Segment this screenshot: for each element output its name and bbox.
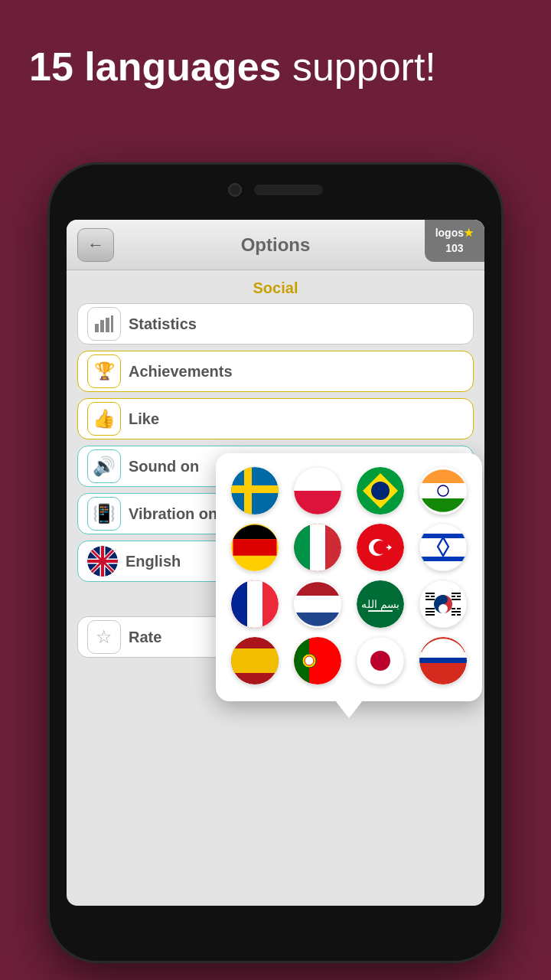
flag-france[interactable] [231,580,279,628]
sound-icon: 🔊 [87,449,121,483]
flag-korea[interactable] [419,580,467,628]
svg-rect-55 [425,614,435,616]
svg-rect-14 [231,485,279,493]
svg-rect-60 [457,614,461,616]
hero-title-bold: 15 languages [29,44,281,89]
svg-rect-3 [111,315,113,332]
flag-portugal[interactable] [294,637,341,684]
vibration-label: Vibration on [129,505,217,523]
achievements-label: Achievements [129,363,233,381]
svg-rect-54 [425,611,435,612]
svg-rect-59 [452,614,455,616]
rate-icon: ☆ [87,620,121,654]
app-header: ← Options logos★ 103 [67,220,484,270]
flags-popup: بسم الله [216,453,482,701]
flag-brazil[interactable] [357,467,404,514]
language-label: English [126,553,181,570]
flag-israel[interactable] [419,524,467,571]
flag-spain[interactable] [231,637,279,684]
vibration-icon: 📳 [87,497,121,531]
statistics-item[interactable]: Statistics [77,303,474,345]
flag-saudi[interactable]: بسم الله [357,580,404,628]
phone-shell: ← Options logos★ 103 Social Statistics 🏆… [50,165,501,961]
logos-badge: logos★ 103 [425,220,484,262]
svg-rect-48 [425,599,435,600]
svg-point-69 [370,651,390,671]
svg-rect-15 [244,467,252,514]
svg-text:بسم الله: بسم الله [361,599,399,611]
achievements-icon: 🏆 [87,354,121,388]
like-label: Like [129,410,159,428]
svg-rect-62 [231,648,279,673]
svg-rect-75 [419,652,467,658]
phone-camera-dot [228,183,242,197]
hero-title: 15 languages support! [29,42,522,92]
rate-label: Rate [129,629,161,646]
badge-text: logos [435,227,464,239]
flag-poland[interactable] [294,467,341,514]
social-section-title: Social [77,270,474,303]
phone-top-bar [228,183,323,197]
statistics-label: Statistics [129,315,197,333]
svg-rect-57 [457,608,461,609]
svg-rect-51 [457,596,461,597]
svg-rect-2 [106,318,109,332]
phone-speaker-grille [254,185,323,195]
popup-arrow [335,701,363,718]
badge-number: 103 [445,242,463,254]
svg-rect-76 [419,658,467,663]
svg-rect-49 [452,593,461,594]
flag-russia[interactable] [419,637,467,684]
like-item[interactable]: 👍 Like [77,398,474,439]
svg-rect-45 [425,593,435,594]
flag-japan[interactable] [357,637,404,684]
hero-title-rest: support! [281,44,435,89]
achievements-item[interactable]: 🏆 Achievements [77,351,474,392]
phone-screen: ← Options logos★ 103 Social Statistics 🏆… [67,220,484,906]
svg-rect-0 [95,324,99,332]
app-title: Options [67,234,484,256]
svg-rect-56 [452,608,455,609]
svg-rect-52 [452,599,461,600]
svg-point-20 [371,482,390,500]
svg-rect-53 [425,608,435,609]
sound-label: Sound on [129,458,199,475]
svg-rect-58 [452,611,461,612]
svg-rect-1 [100,320,104,332]
like-icon: 👍 [87,402,121,436]
svg-rect-50 [452,596,455,597]
svg-point-67 [305,656,314,665]
flag-sweden[interactable] [231,467,279,514]
flags-grid: بسم الله [228,467,470,684]
flag-netherlands[interactable] [294,580,341,628]
flag-italy[interactable] [294,524,341,571]
svg-rect-47 [431,596,435,597]
flag-turkey[interactable] [357,524,404,571]
svg-point-31 [419,524,467,571]
flag-germany[interactable] [231,524,279,571]
flag-india[interactable] [419,467,467,514]
svg-rect-46 [425,596,429,597]
uk-flag-icon [87,546,118,577]
statistics-icon [87,307,121,341]
badge-star: ★ [464,227,474,239]
svg-point-28 [373,541,387,554]
